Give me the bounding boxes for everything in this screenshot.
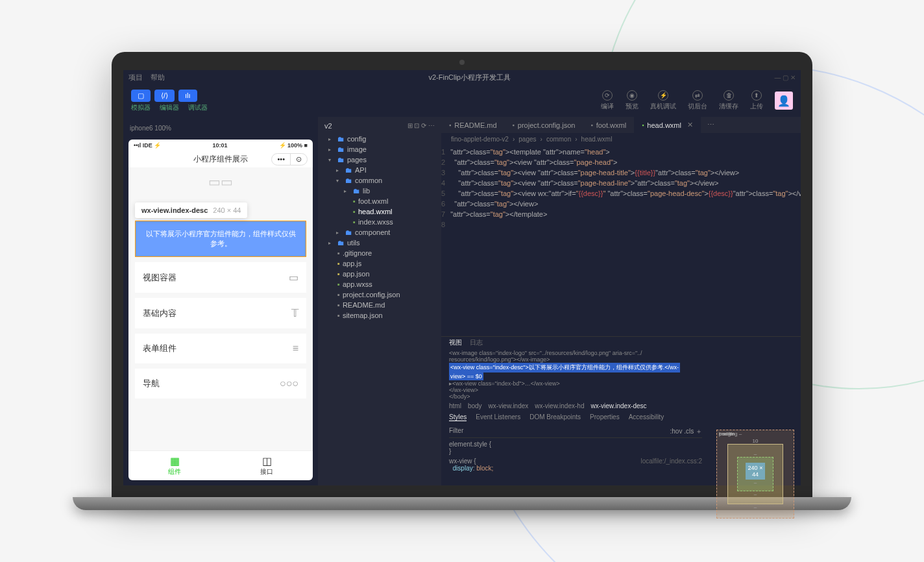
menu-项目[interactable]: 项目 (128, 73, 143, 82)
simulator-pane: iphone6 100% ••ıl IDE ⚡ 10:01 ⚡ 100% ■ 小… (123, 117, 318, 485)
folder-icon: 🖿 (345, 177, 352, 184)
ide-app: 项目帮助 v2-FinClip小程序开发工具 — ▢ ✕ ▢ ⟨/⟩ ılı 模… (123, 70, 801, 485)
list-item[interactable]: 导航○○○ (135, 369, 306, 398)
tree-node[interactable]: ▪.gitignore (318, 248, 441, 258)
tree-node[interactable]: ▪index.wxss (318, 217, 441, 227)
tree-node[interactable]: ▾🖿common (318, 175, 441, 186)
explorer-actions[interactable]: ⊞ ⊡ ⟳ ⋯ (407, 122, 435, 130)
folder-icon: 🖿 (353, 187, 360, 195)
tree-node[interactable]: ▪head.wxml (318, 206, 441, 217)
tabbar-组件[interactable]: ▦组件 (128, 451, 221, 480)
tree-node[interactable]: ▸🖿component (318, 227, 441, 238)
tree-node[interactable]: ▪app.wxss (318, 279, 441, 289)
miniapp-title: 小程序组件展示 (193, 154, 248, 165)
project-root: v2 (324, 122, 332, 130)
file-explorer: v2 ⊞ ⊡ ⟳ ⋯ ▸🖿config▸🖿image▾🖿pages▸🖿API▾🖿… (318, 117, 441, 485)
action-上传[interactable]: ⬆上传 (750, 90, 763, 111)
tree-node[interactable]: ▸🖿image (318, 144, 441, 154)
editor-tab[interactable]: ▪foot.wxml (583, 117, 634, 133)
tab-overflow[interactable]: ⋯ (701, 117, 721, 133)
device-label: iphone6 100% (128, 122, 313, 134)
file-icon: ▪ (337, 249, 340, 257)
window-title: v2-FinClip小程序开发工具 (428, 73, 511, 82)
tree-node[interactable]: ▸🖿API (318, 165, 441, 175)
tree-node[interactable]: ▸🖿utils (318, 238, 441, 248)
tree-node[interactable]: ▾🖿pages (318, 154, 441, 165)
list-item[interactable]: 基础内容𝕋 (135, 298, 306, 328)
box-model: margin 10 border – padding – 240 × 44 – … (710, 423, 801, 485)
avatar[interactable]: 👤 (775, 92, 793, 110)
folder-icon: 🖿 (337, 156, 345, 164)
status-signal: ••ıl IDE ⚡ (134, 142, 161, 149)
action-真机调试[interactable]: ⚡真机调试 (650, 90, 676, 111)
devtool-tab[interactable]: Properties (590, 413, 620, 421)
styles-hov[interactable]: :hov .cls ＋ (670, 427, 702, 436)
folder-icon: 🖿 (345, 166, 352, 174)
editor-tab[interactable]: ▪README.md (441, 117, 505, 133)
file-icon: ▪ (337, 280, 340, 288)
tree-node[interactable]: ▪project.config.json (318, 289, 441, 300)
file-icon: ▪ (353, 197, 356, 205)
devtool-tab[interactable]: Styles (449, 413, 467, 421)
file-icon: ▪ (337, 312, 340, 319)
tree-node[interactable]: ▪app.js (318, 258, 441, 269)
simulator-toggle[interactable]: ▢ (131, 90, 151, 102)
capsule-button[interactable]: •••⊙ (271, 153, 308, 165)
debugger-toggle[interactable]: ılı (178, 90, 197, 102)
list-item[interactable]: 视图容器▭ (135, 262, 306, 293)
breadcrumb[interactable]: fino-applet-demo-v2›pages›common›head.wx… (441, 133, 801, 145)
tree-node[interactable]: ▸🖿lib (318, 186, 441, 196)
tree-node[interactable]: ▸🖿config (318, 134, 441, 144)
dom-inspector[interactable]: <wx-image class="index-logo" src="../res… (441, 348, 801, 400)
action-预览[interactable]: ◉预览 (626, 90, 638, 111)
titlebar: 项目帮助 v2-FinClip小程序开发工具 — ▢ ✕ (123, 70, 801, 84)
tabbar-接口[interactable]: ◫接口 (221, 451, 313, 480)
phone-simulator[interactable]: ••ıl IDE ⚡ 10:01 ⚡ 100% ■ 小程序组件展示 •••⊙ ▭… (128, 140, 313, 480)
file-icon: ▪ (337, 301, 340, 309)
styles-filter[interactable]: Filter (449, 427, 463, 436)
file-icon: ▪ (337, 270, 340, 278)
file-icon: ▪ (353, 218, 356, 226)
file-icon: ▪ (337, 291, 340, 299)
tree-node[interactable]: ▪app.json (318, 269, 441, 279)
editor-tab[interactable]: ▪project.config.json (505, 117, 583, 133)
devtools-pane: 视图日志 <wx-image class="index-logo" src=".… (441, 336, 801, 485)
editor-tab[interactable]: ▪head.wxml✕ (634, 117, 701, 133)
toolbar: ▢ ⟨/⟩ ılı 模拟器编辑器调试器 ⟳编译◉预览⚡真机调试⇄切后台🗑清缓存⬆… (123, 84, 801, 117)
list-item[interactable]: 表单组件≡ (135, 334, 306, 363)
file-icon: ▪ (353, 208, 356, 215)
status-battery: ⚡ 100% ■ (279, 142, 308, 149)
devtool-tab[interactable]: Accessibility (629, 413, 664, 421)
action-清缓存[interactable]: 🗑清缓存 (719, 90, 738, 111)
editor-toggle[interactable]: ⟨/⟩ (154, 90, 175, 102)
folder-icon: 🖿 (345, 228, 352, 236)
status-time: 10:01 (212, 142, 227, 149)
tree-node[interactable]: ▪README.md (318, 300, 441, 310)
devtool-tab[interactable]: DOM Breakpoints (529, 413, 581, 421)
folder-icon: 🖿 (337, 239, 345, 247)
editor-pane: ▪README.md▪project.config.json▪foot.wxml… (441, 117, 801, 485)
folder-icon: 🖿 (337, 145, 345, 153)
file-icon: ▪ (337, 260, 340, 267)
close-icon: ✕ (687, 121, 693, 129)
laptop-frame: 项目帮助 v2-FinClip小程序开发工具 — ▢ ✕ ▢ ⟨/⟩ ılı 模… (112, 52, 812, 510)
window-controls[interactable]: — ▢ ✕ (774, 74, 796, 81)
action-编译[interactable]: ⟳编译 (601, 90, 614, 111)
menu-帮助[interactable]: 帮助 (151, 73, 165, 82)
action-切后台[interactable]: ⇄切后台 (688, 90, 707, 111)
tree-node[interactable]: ▪foot.wxml (318, 196, 441, 206)
styles-panel[interactable]: Filter :hov .cls ＋ element.style {}</spa… (441, 423, 710, 485)
folder-icon: 🖿 (337, 135, 345, 143)
selected-element[interactable]: 以下将展示小程序官方组件能力，组件样式仅供参考。 (135, 221, 306, 257)
inspect-tooltip: wx-view.index-desc240 × 44 (135, 202, 247, 218)
tree-node[interactable]: ▪sitemap.json (318, 310, 441, 321)
devtool-tab[interactable]: Event Listeners (476, 413, 520, 421)
code-editor[interactable]: 12345678 "attr">class="tag"><template "a… (441, 145, 801, 336)
